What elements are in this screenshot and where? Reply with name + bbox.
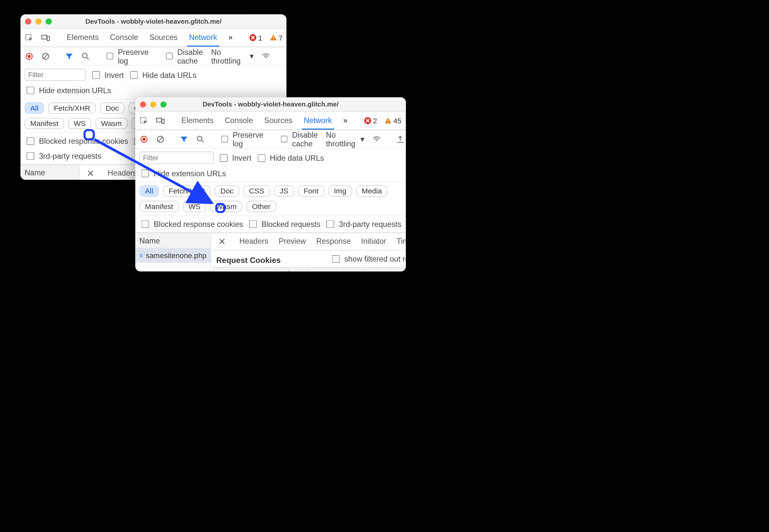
tabs-overflow[interactable]: » xyxy=(226,29,235,46)
svg-point-17 xyxy=(82,53,87,57)
hide-extension-urls-checkbox[interactable]: Hide extension URLs xyxy=(25,85,111,96)
type-pill-all[interactable]: All xyxy=(25,103,44,114)
name-column-header[interactable]: Name xyxy=(135,233,211,248)
errors-count[interactable]: 1 xyxy=(249,33,262,42)
svg-line-58 xyxy=(94,139,211,203)
titlebar: DevTools - wobbly-violet-heaven.glitch.m… xyxy=(135,97,406,112)
upload-icon[interactable] xyxy=(396,134,405,143)
tab-sources[interactable]: Sources xyxy=(262,112,294,130)
svg-rect-30 xyxy=(162,119,164,123)
inspect-icon[interactable] xyxy=(139,116,148,125)
third-party-checkbox[interactable]: 3rd-party requests xyxy=(324,219,401,229)
titlebar: DevTools - wobbly-violet-heaven.glitch.m… xyxy=(20,14,286,29)
svg-rect-2 xyxy=(47,36,49,40)
type-pill[interactable]: Font xyxy=(298,185,324,197)
main-tabs: Elements Console Sources Network » 1 7 6 xyxy=(20,29,286,47)
warnings-count[interactable]: 45 xyxy=(384,117,402,125)
tab-console[interactable]: Console xyxy=(108,29,140,46)
hide-data-urls-checkbox[interactable]: Hide data URLs xyxy=(128,69,196,80)
tab-sources[interactable]: Sources xyxy=(147,29,180,46)
type-pill[interactable]: JS xyxy=(274,185,294,197)
preserve-log-checkbox[interactable]: Preserve log xyxy=(219,130,264,148)
disable-cache-checkbox[interactable]: Disable cache xyxy=(164,47,204,65)
filter-icon[interactable] xyxy=(65,52,74,61)
device-icon[interactable] xyxy=(156,116,165,125)
inspect-icon[interactable] xyxy=(25,33,34,42)
tab-network[interactable]: Network xyxy=(187,29,219,46)
request-cookies-header: Request Cookies xyxy=(211,251,286,267)
subtab-timing[interactable]: Timing xyxy=(397,233,406,250)
type-pill[interactable]: Wasm xyxy=(95,118,128,129)
window-title: DevTools - wobbly-violet-heaven.glitch.m… xyxy=(135,100,406,108)
svg-rect-32 xyxy=(388,119,389,121)
subtab-initiator[interactable]: Initiator xyxy=(361,233,387,250)
blocked-requests-checkbox[interactable]: Blocked requests xyxy=(247,219,320,229)
request-row[interactable]: samesitenone.php xyxy=(135,248,211,263)
device-icon[interactable] xyxy=(41,33,50,42)
type-pill[interactable]: Doc xyxy=(100,103,124,114)
search-icon[interactable] xyxy=(81,52,90,61)
invert-checkbox[interactable]: Invert xyxy=(218,152,251,163)
svg-line-16 xyxy=(43,54,48,58)
tab-network[interactable]: Network xyxy=(302,112,334,130)
close-details-icon[interactable]: ✕ xyxy=(215,236,229,247)
throttling-select[interactable]: No throttling ▾ xyxy=(211,47,254,65)
svg-point-14 xyxy=(28,55,31,57)
show-filtered-cookies-checkbox[interactable]: show filtered out request cookies xyxy=(330,253,406,264)
record-icon[interactable] xyxy=(25,52,34,61)
tab-elements[interactable]: Elements xyxy=(179,112,215,130)
preserve-log-checkbox[interactable]: Preserve log xyxy=(105,47,150,65)
throttling-select[interactable]: No throttling ▾ xyxy=(326,130,365,148)
errors-count[interactable]: 2 xyxy=(364,117,377,125)
tabs-overflow[interactable]: » xyxy=(341,112,349,130)
subtab-headers[interactable]: Headers xyxy=(239,233,268,250)
svg-line-18 xyxy=(87,57,89,59)
svg-rect-4 xyxy=(273,36,273,38)
type-pill[interactable]: Manifest xyxy=(25,118,64,129)
svg-rect-33 xyxy=(388,122,389,123)
warnings-count[interactable]: 7 xyxy=(269,33,283,42)
disable-cache-checkbox[interactable]: Disable cache xyxy=(279,130,318,148)
type-pill[interactable]: Img xyxy=(328,185,352,197)
subtab-preview[interactable]: Preview xyxy=(279,233,306,250)
invert-checkbox[interactable]: Invert xyxy=(90,69,124,80)
request-list: Name samesitenone.php xyxy=(20,165,79,180)
type-pill[interactable]: CSS xyxy=(243,185,270,197)
tab-console[interactable]: Console xyxy=(223,112,255,130)
blocked-cookies-checkbox[interactable]: Blocked response cookies xyxy=(139,219,243,229)
clear-icon[interactable] xyxy=(41,52,50,61)
arrow-annotation xyxy=(87,132,220,214)
request-list: Name samesitenone.php xyxy=(135,233,211,271)
wifi-icon[interactable] xyxy=(372,134,381,143)
name-column-header[interactable]: Name xyxy=(20,165,79,180)
wifi-icon[interactable] xyxy=(261,52,270,61)
window-title: DevTools - wobbly-violet-heaven.glitch.m… xyxy=(20,18,286,25)
filter-input[interactable] xyxy=(25,68,86,81)
type-pill[interactable]: Fetch/XHR xyxy=(48,103,96,114)
svg-rect-29 xyxy=(156,118,161,122)
type-pill[interactable]: WS xyxy=(68,118,92,129)
type-pill[interactable]: Other xyxy=(246,201,276,212)
svg-rect-1 xyxy=(42,35,47,39)
upload-icon[interactable] xyxy=(285,52,286,61)
type-pill[interactable]: Media xyxy=(356,185,388,197)
subtab-response[interactable]: Response xyxy=(316,233,351,250)
hide-data-urls-checkbox[interactable]: Hide data URLs xyxy=(255,152,324,163)
svg-rect-5 xyxy=(273,39,273,40)
tab-elements[interactable]: Elements xyxy=(65,29,101,46)
